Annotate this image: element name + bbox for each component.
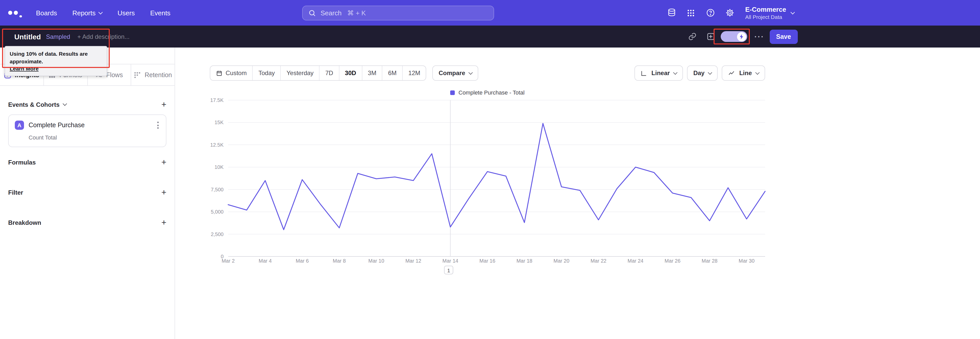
svg-text:Mar 2: Mar 2	[221, 258, 234, 264]
range-12m[interactable]: 12M	[403, 66, 426, 80]
help-icon[interactable]	[705, 8, 715, 18]
sampled-badge[interactable]: Sampled	[46, 33, 70, 40]
event-letter-badge: A	[15, 121, 24, 130]
range-30d[interactable]: 30D	[339, 66, 362, 80]
filter-section: Filter +	[0, 188, 175, 197]
nav-users[interactable]: Users	[118, 9, 135, 17]
sampling-toggle[interactable]	[721, 31, 747, 42]
search-input[interactable]: Search ⌘ + K	[302, 6, 494, 21]
pagination-page-1[interactable]: 1	[444, 266, 453, 274]
chart-panel: Custom Today Yesterday 7D 30D 3M 6M 12M …	[175, 48, 980, 339]
svg-text:Mar 6: Mar 6	[296, 258, 309, 264]
share-link-icon[interactable]	[688, 32, 697, 41]
more-menu[interactable]: ···	[754, 32, 764, 41]
svg-text:Mar 10: Mar 10	[368, 258, 384, 264]
granularity-dropdown[interactable]: Day	[687, 66, 718, 81]
nav-reports[interactable]: Reports	[72, 9, 102, 17]
chevron-down-icon	[99, 10, 103, 14]
svg-text:Mar 24: Mar 24	[628, 258, 643, 264]
top-nav: Boards Reports Users Events Search ⌘ + K	[0, 0, 980, 26]
svg-text:Mar 28: Mar 28	[702, 258, 718, 264]
svg-text:Mar 16: Mar 16	[479, 258, 495, 264]
events-cohorts-header[interactable]: Events & Cohorts +	[0, 100, 175, 109]
svg-text:12.5K: 12.5K	[210, 142, 224, 148]
svg-text:Mar 20: Mar 20	[554, 258, 570, 264]
svg-text:Mar 4: Mar 4	[259, 258, 272, 264]
add-to-board-icon[interactable]	[706, 32, 715, 41]
data-stack-icon[interactable]	[667, 8, 676, 18]
breakdown-section: Breakdown +	[0, 218, 175, 227]
mixpanel-logo-icon[interactable]	[8, 8, 22, 18]
save-button[interactable]: Save	[770, 29, 797, 44]
add-event-button[interactable]: +	[161, 100, 166, 109]
range-7d[interactable]: 7D	[320, 66, 339, 80]
tab-retention[interactable]: Retention	[131, 64, 175, 85]
range-6m[interactable]: 6M	[383, 66, 403, 80]
chart-area: 02,5005,0007,50010K12.5K15K17.5KMar 2Mar…	[210, 96, 766, 272]
project-selector[interactable]: E-Commerce All Project Data	[745, 5, 794, 20]
svg-text:7,500: 7,500	[211, 187, 224, 192]
svg-text:10K: 10K	[215, 164, 224, 170]
chevron-down-icon	[708, 70, 712, 75]
add-filter-button[interactable]: +	[161, 188, 166, 197]
event-card[interactable]: A Complete Purchase Count Total	[8, 114, 166, 147]
query-sidebar: Insights Funnels Flows	[0, 48, 175, 339]
range-custom[interactable]: Custom	[210, 66, 253, 80]
add-breakdown-button[interactable]: +	[161, 218, 166, 227]
chart-controls: Custom Today Yesterday 7D 30D 3M 6M 12M …	[210, 66, 765, 81]
svg-text:15K: 15K	[215, 120, 224, 125]
axis-icon	[641, 70, 648, 77]
chevron-down-icon	[791, 10, 795, 14]
project-scope: All Project Data	[745, 14, 786, 20]
svg-text:2,500: 2,500	[211, 232, 224, 237]
date-range-picker: Custom Today Yesterday 7D 30D 3M 6M 12M	[210, 66, 426, 81]
svg-text:Mar 12: Mar 12	[405, 258, 421, 264]
sampling-tooltip-text: Using 10% of data. Results are approxima…	[10, 51, 88, 64]
toggle-knob	[737, 32, 746, 41]
app: Boards Reports Users Events Search ⌘ + K	[0, 0, 980, 339]
svg-text:5,000: 5,000	[211, 209, 224, 214]
line-chart[interactable]: 02,5005,0007,50010K12.5K15K17.5KMar 2Mar…	[210, 96, 766, 270]
event-metric[interactable]: Count Total	[29, 134, 160, 141]
search-shortcut: ⌘ + K	[347, 9, 366, 17]
svg-text:Mar 14: Mar 14	[442, 258, 458, 264]
chart-display-controls: Linear Day Line	[635, 66, 765, 81]
add-formula-button[interactable]: +	[161, 158, 166, 166]
chevron-down-icon	[756, 70, 760, 75]
formulas-section: Formulas +	[0, 158, 175, 166]
toolbar-right-cluster: ··· Save	[688, 26, 797, 48]
learn-more-link[interactable]: Learn More	[10, 66, 38, 72]
svg-text:Mar 22: Mar 22	[590, 258, 606, 264]
scale-dropdown[interactable]: Linear	[635, 66, 683, 81]
svg-text:17.5K: 17.5K	[210, 98, 224, 103]
svg-text:Mar 30: Mar 30	[738, 258, 754, 264]
settings-gear-icon[interactable]	[725, 8, 735, 18]
search-icon	[308, 9, 316, 17]
sampling-tooltip: Using 10% of data. Results are approxima…	[5, 46, 107, 76]
svg-text:Mar 26: Mar 26	[665, 258, 680, 264]
range-yesterday[interactable]: Yesterday	[281, 66, 320, 80]
event-name: Complete Purchase	[29, 122, 151, 129]
compare-button[interactable]: Compare	[433, 66, 479, 81]
apps-grid-icon[interactable]	[686, 8, 696, 17]
event-options-menu[interactable]	[156, 121, 160, 130]
report-title[interactable]: Untitled	[14, 32, 41, 41]
content: Insights Funnels Flows	[0, 48, 980, 339]
chart-legend[interactable]: Complete Purchase - Total	[210, 90, 765, 96]
line-chart-icon	[728, 70, 735, 77]
svg-text:Mar 8: Mar 8	[333, 258, 346, 264]
svg-text:Mar 18: Mar 18	[517, 258, 532, 264]
search-placeholder: Search	[321, 9, 342, 17]
report-toolbar: Untitled Sampled + Add description... ··…	[0, 26, 980, 48]
range-today[interactable]: Today	[253, 66, 281, 80]
range-3m[interactable]: 3M	[362, 66, 382, 80]
add-description[interactable]: + Add description...	[77, 33, 130, 40]
chart-type-dropdown[interactable]: Line	[722, 66, 765, 81]
lightning-icon	[739, 34, 744, 40]
nav-boards[interactable]: Boards	[36, 9, 57, 17]
chevron-down-icon	[469, 70, 473, 75]
chevron-down-icon	[673, 70, 678, 75]
calendar-icon	[216, 70, 223, 77]
project-name: E-Commerce	[745, 5, 786, 14]
nav-events[interactable]: Events	[150, 9, 170, 17]
